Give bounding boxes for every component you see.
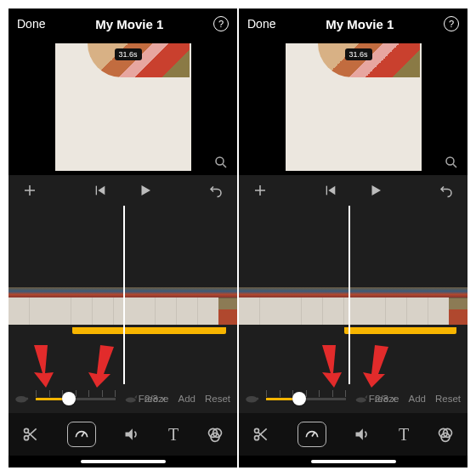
skip-start-button[interactable] [324, 184, 337, 197]
svg-point-28 [246, 396, 258, 403]
preview-frame[interactable]: 31.6s [55, 43, 191, 171]
svg-line-14 [82, 433, 84, 437]
transport-bar [8, 175, 237, 206]
svg-rect-4 [95, 186, 96, 196]
reset-button[interactable]: Reset [435, 394, 461, 404]
speed-slider-knob[interactable] [62, 392, 76, 405]
speed-controls: 2/3 x Freeze Add Reset [239, 384, 468, 413]
help-button[interactable]: ? [444, 16, 459, 31]
video-preview: 31.6s [8, 39, 237, 175]
timeline[interactable] [8, 206, 237, 384]
speedometer-icon[interactable] [298, 422, 326, 447]
filters-icon[interactable] [437, 426, 454, 443]
done-button[interactable]: Done [17, 17, 45, 31]
clip-thumbnail[interactable] [93, 287, 134, 325]
svg-point-0 [216, 157, 224, 165]
tortoise-icon [244, 393, 259, 405]
edit-toolbar: T [239, 413, 468, 456]
svg-point-21 [446, 157, 454, 165]
tortoise-icon [14, 393, 29, 405]
svg-marker-15 [126, 428, 133, 439]
clip-thumbnail[interactable] [280, 287, 322, 325]
speed-slider[interactable] [266, 388, 346, 409]
home-indicator [239, 456, 468, 468]
svg-point-8 [26, 398, 28, 400]
reset-button[interactable]: Reset [205, 394, 230, 404]
speed-slider-knob[interactable] [292, 392, 306, 405]
video-preview: 31.6s [239, 39, 468, 175]
scissors-icon[interactable] [252, 426, 269, 443]
clip-thumbnail[interactable] [239, 287, 280, 325]
svg-point-29 [256, 398, 258, 400]
svg-rect-25 [326, 186, 326, 196]
freeze-button[interactable]: Freeze [369, 394, 400, 404]
undo-button[interactable] [439, 183, 454, 198]
play-button[interactable] [138, 183, 153, 198]
svg-marker-36 [356, 428, 363, 439]
speed-range-bar[interactable] [239, 325, 468, 335]
hare-icon [122, 393, 138, 405]
project-title: My Movie 1 [326, 17, 394, 31]
clip-thumbnail[interactable] [50, 287, 92, 325]
volume-icon[interactable] [354, 426, 371, 443]
filters-icon[interactable] [207, 426, 224, 443]
svg-marker-27 [371, 185, 381, 196]
clip-thumbnail[interactable] [365, 287, 406, 325]
svg-point-7 [15, 396, 27, 403]
left-screenshot: Done My Movie 1 ? 31.6s [8, 8, 237, 468]
hare-icon [353, 393, 368, 405]
timeline[interactable] [239, 206, 468, 384]
add-media-button[interactable] [252, 183, 268, 198]
clip-thumbnail[interactable] [407, 287, 449, 325]
add-button[interactable]: Add [408, 394, 425, 404]
svg-line-22 [453, 164, 456, 167]
duration-badge: 31.6s [115, 48, 142, 60]
speedometer-icon[interactable] [67, 422, 96, 447]
top-bar: Done My Movie 1 ? [239, 8, 468, 39]
add-media-button[interactable] [22, 183, 37, 198]
titles-icon[interactable]: T [399, 425, 409, 445]
svg-point-9 [126, 398, 136, 403]
svg-marker-26 [328, 186, 335, 196]
top-bar: Done My Movie 1 ? [8, 8, 237, 39]
volume-icon[interactable] [123, 426, 140, 443]
speed-slider[interactable] [36, 388, 116, 409]
svg-point-30 [356, 398, 366, 403]
svg-marker-5 [98, 186, 105, 196]
edit-toolbar: T [8, 413, 237, 456]
home-indicator [8, 456, 237, 468]
duration-badge: 31.6s [345, 48, 372, 60]
svg-line-35 [312, 433, 314, 437]
project-title: My Movie 1 [95, 17, 163, 31]
freeze-button[interactable]: Freeze [139, 394, 169, 404]
preview-frame[interactable]: 31.6s [286, 43, 422, 171]
skip-start-button[interactable] [94, 184, 107, 197]
clip-thumbnail[interactable] [177, 287, 218, 325]
clip-thumbnail[interactable] [218, 287, 237, 325]
titles-icon[interactable]: T [168, 425, 178, 445]
done-button[interactable]: Done [247, 17, 275, 31]
play-button[interactable] [368, 183, 383, 198]
clip-thumbnail[interactable] [449, 287, 468, 325]
playhead[interactable] [123, 206, 125, 384]
clip-thumbnail[interactable] [134, 287, 176, 325]
zoom-icon[interactable] [213, 155, 229, 170]
speed-controls: 2/3 x Freeze Add Reset [8, 384, 237, 413]
undo-button[interactable] [208, 183, 224, 198]
transport-bar [239, 175, 468, 206]
svg-line-1 [223, 164, 226, 167]
help-button[interactable]: ? [213, 16, 229, 31]
clip-thumbnail[interactable] [8, 287, 50, 325]
svg-marker-6 [141, 185, 150, 196]
scissors-icon[interactable] [22, 426, 39, 443]
clip-thumbnail[interactable] [323, 287, 365, 325]
right-screenshot: Done My Movie 1 ? 31.6s [239, 8, 468, 468]
zoom-icon[interactable] [444, 155, 459, 170]
playhead[interactable] [348, 206, 350, 384]
add-button[interactable]: Add [178, 394, 195, 404]
